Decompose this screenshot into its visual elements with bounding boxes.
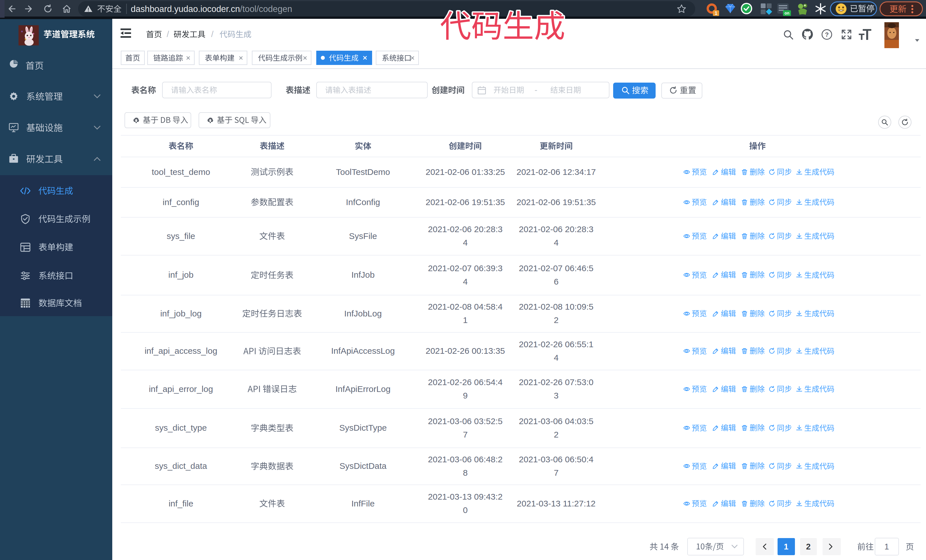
svg-text:?: ? bbox=[825, 31, 829, 38]
